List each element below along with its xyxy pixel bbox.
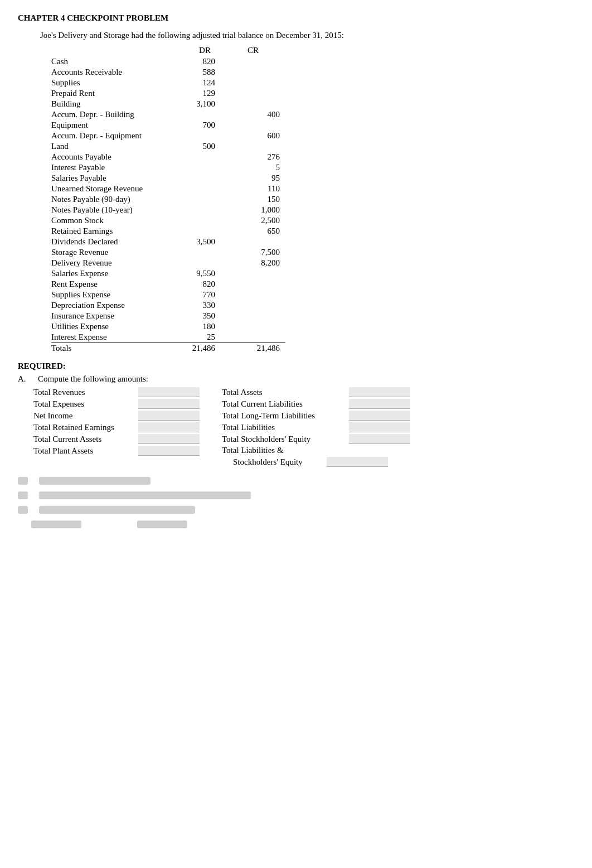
required-row-label: Total Long-Term Liabilities: [222, 411, 344, 421]
row-dr: [189, 184, 237, 194]
required-label: REQUIRED:: [18, 361, 574, 371]
row-label: Utilities Expense: [51, 321, 189, 332]
row-dr: [189, 247, 237, 258]
row-label: Accounts Receivable: [51, 67, 189, 78]
row-dr: 25: [189, 332, 237, 343]
row-label: Depreciation Expense: [51, 300, 189, 311]
required-row-label: Total Current Liabilities: [222, 399, 344, 409]
required-row-label: Total Plant Assets: [33, 446, 134, 456]
row-cr: [237, 321, 285, 332]
row-dr: 9,550: [189, 268, 237, 279]
required-row-label: Total Liabilities: [222, 423, 344, 432]
row-cr: [237, 141, 285, 152]
row-dr: 21,486: [189, 343, 237, 354]
required-section: REQUIRED: A. Compute the following amoun…: [18, 361, 574, 467]
required-row: Net Income: [33, 411, 200, 421]
required-a-content: Total RevenuesTotal ExpensesNet IncomeTo…: [33, 387, 574, 467]
row-dr: 3,100: [189, 99, 237, 109]
row-cr: 21,486: [237, 343, 285, 354]
row-cr: 95: [237, 173, 285, 184]
answer-box: [138, 399, 200, 409]
row-label: Salaries Payable: [51, 173, 189, 184]
row-dr: 129: [189, 88, 237, 99]
answer-box: [349, 387, 410, 397]
row-cr: 8,200: [237, 258, 285, 268]
required-row-label: Stockholders' Equity: [222, 457, 322, 467]
row-cr: 150: [237, 194, 285, 205]
row-cr: [237, 279, 285, 290]
answer-box: [349, 411, 410, 421]
row-cr: [237, 311, 285, 321]
row-dr: 820: [189, 279, 237, 290]
row-label: Totals: [51, 343, 189, 354]
row-label: Land: [51, 141, 189, 152]
row-label: Storage Revenue: [51, 247, 189, 258]
required-row: Total Stockholders' Equity: [222, 434, 410, 444]
row-cr: [237, 88, 285, 99]
required-row: Total Assets: [222, 387, 410, 397]
answer-box: [138, 434, 200, 444]
row-cr: 650: [237, 226, 285, 237]
row-dr: [189, 194, 237, 205]
row-dr: [189, 109, 237, 120]
required-row: Total Long-Term Liabilities: [222, 411, 410, 421]
col-header-label: [51, 45, 189, 56]
row-label: Dividends Declared: [51, 237, 189, 247]
required-row-label: Total Liabilities &: [222, 446, 322, 455]
left-column: Total RevenuesTotal ExpensesNet IncomeTo…: [33, 387, 200, 467]
row-dr: [189, 258, 237, 268]
row-label: Interest Payable: [51, 162, 189, 173]
row-dr: 500: [189, 141, 237, 152]
row-dr: [189, 226, 237, 237]
row-dr: [189, 215, 237, 226]
row-label: Accum. Depr. - Building: [51, 109, 189, 120]
row-dr: 3,500: [189, 237, 237, 247]
trial-balance-table: DR CR Cash820Accounts Receivable588Suppl…: [51, 45, 285, 354]
intro-text: Joe's Delivery and Storage had the follo…: [40, 31, 574, 40]
row-dr: [189, 205, 237, 215]
row-dr: 820: [189, 56, 237, 67]
row-cr: [237, 99, 285, 109]
row-cr: [237, 120, 285, 131]
required-row: Total Current Liabilities: [222, 399, 410, 409]
row-dr: 124: [189, 78, 237, 88]
row-label: Supplies Expense: [51, 290, 189, 300]
row-label: Notes Payable (10-year): [51, 205, 189, 215]
required-row: Total Liabilities: [222, 422, 410, 432]
row-cr: 1,000: [237, 205, 285, 215]
row-dr: [189, 162, 237, 173]
row-dr: 350: [189, 311, 237, 321]
row-label: Accum. Depr. - Equipment: [51, 131, 189, 141]
row-label: Notes Payable (90-day): [51, 194, 189, 205]
row-cr: [237, 290, 285, 300]
row-label: Prepaid Rent: [51, 88, 189, 99]
row-dr: [189, 131, 237, 141]
required-row: Total Retained Earnings: [33, 422, 200, 432]
required-row: Total Liabilities &: [222, 446, 410, 455]
answer-box: [138, 446, 200, 456]
answer-box: [327, 457, 388, 467]
required-row: Stockholders' Equity: [222, 457, 410, 467]
required-row: Total Plant Assets: [33, 446, 200, 456]
required-row-label: Total Stockholders' Equity: [222, 435, 344, 444]
row-label: Accounts Payable: [51, 152, 189, 162]
row-label: Salaries Expense: [51, 268, 189, 279]
row-dr: 330: [189, 300, 237, 311]
answer-box: [349, 399, 410, 409]
answer-box: [349, 422, 410, 432]
row-dr: [189, 152, 237, 162]
row-label: Building: [51, 99, 189, 109]
required-row-label: Total Current Assets: [33, 435, 134, 444]
answer-box: [138, 387, 200, 397]
answer-box: [138, 411, 200, 421]
row-cr: [237, 78, 285, 88]
col-header-dr: DR: [189, 45, 237, 56]
section-a-letter: A.: [18, 374, 28, 384]
required-row-label: Total Revenues: [33, 388, 134, 397]
row-cr: [237, 300, 285, 311]
row-label: Delivery Revenue: [51, 258, 189, 268]
row-cr: [237, 56, 285, 67]
answer-box: [138, 422, 200, 432]
required-row: Total Expenses: [33, 399, 200, 409]
row-cr: [237, 237, 285, 247]
